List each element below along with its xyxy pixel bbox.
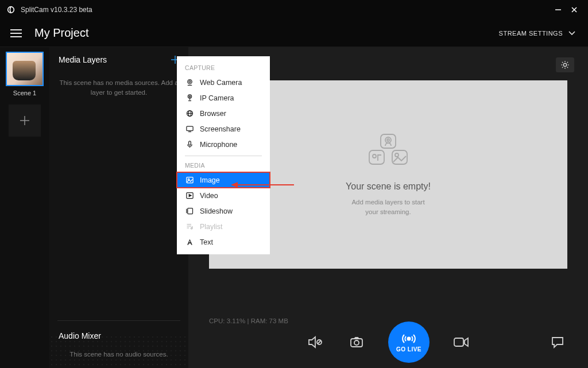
snapshot-button[interactable] <box>347 332 366 352</box>
empty-scene-title: Your scene is empty! <box>346 181 431 192</box>
svg-point-21 <box>385 137 391 143</box>
chat-button[interactable] <box>548 332 567 352</box>
scenes-sidebar: Scene 1 <box>0 47 49 368</box>
svg-point-37 <box>188 95 191 98</box>
app-header: My Project STREAM SETTINGS <box>0 20 588 47</box>
menu-item-slideshow[interactable]: Slideshow <box>177 203 270 219</box>
menu-item-text[interactable]: Text <box>177 234 270 250</box>
svg-point-26 <box>395 153 399 157</box>
layers-panel: Media Layers This scene has no media sou… <box>49 47 188 368</box>
empty-scene-subtitle: Add media layers to startyour streaming. <box>351 197 424 218</box>
menu-item-web-camera[interactable]: Web Camera <box>177 75 270 90</box>
menu-item-microphone[interactable]: Microphone <box>177 137 270 152</box>
media-layers-title: Media Layers <box>59 55 107 64</box>
menu-item-screenshare[interactable]: Screenshare <box>177 121 270 137</box>
svg-point-32 <box>408 337 411 340</box>
window-title: SplitCam v10.3.23 beta <box>21 6 92 14</box>
empty-scene-icon <box>363 132 413 169</box>
svg-rect-23 <box>369 150 384 164</box>
mic-icon <box>185 140 194 149</box>
playlist-icon <box>185 222 194 231</box>
audio-mixer-title: Audio Mixer <box>49 321 188 340</box>
svg-rect-50 <box>187 208 192 214</box>
video-icon <box>185 191 194 200</box>
svg-point-31 <box>354 340 359 345</box>
menu-item-ip-camera[interactable]: IP Camera <box>177 90 270 106</box>
svg-marker-49 <box>189 195 191 197</box>
minimize-button[interactable] <box>550 4 566 16</box>
app-logo-icon <box>6 5 16 15</box>
svg-point-38 <box>189 96 191 98</box>
menu-item-playlist[interactable]: Playlist <box>177 219 270 234</box>
svg-rect-42 <box>186 126 192 131</box>
svg-rect-44 <box>188 141 191 145</box>
go-live-label: GO LIVE <box>396 346 421 352</box>
image-icon <box>185 176 194 184</box>
svg-marker-27 <box>309 337 315 347</box>
svg-line-29 <box>318 340 321 344</box>
record-button[interactable] <box>451 332 471 352</box>
slideshow-icon <box>185 207 194 215</box>
scene-label: Scene 1 <box>13 90 36 96</box>
svg-rect-33 <box>454 338 463 346</box>
annotation-arrow <box>231 179 294 191</box>
add-layer-menu: CAPTURE Web Camera IP Camera Browser Scr… <box>177 56 270 254</box>
svg-rect-30 <box>351 339 362 347</box>
svg-marker-57 <box>231 182 238 188</box>
screenshare-icon <box>185 125 194 133</box>
menu-item-browser[interactable]: Browser <box>177 106 270 121</box>
svg-point-22 <box>387 139 389 141</box>
camera-icon <box>185 78 194 87</box>
menu-section-capture: CAPTURE <box>177 62 270 75</box>
mute-button[interactable] <box>305 332 325 352</box>
menu-divider <box>185 156 262 156</box>
ipcam-icon <box>185 94 194 102</box>
add-scene-button[interactable] <box>9 104 41 137</box>
bottom-toolbar: GO LIVE <box>188 316 588 368</box>
stream-settings-dropdown[interactable]: STREAM SETTINGS <box>497 26 578 40</box>
close-button[interactable] <box>566 4 582 16</box>
text-icon <box>185 238 194 246</box>
stream-settings-label: STREAM SETTINGS <box>499 30 563 37</box>
svg-point-36 <box>188 81 190 83</box>
project-title: My Project <box>34 26 88 40</box>
titlebar: SplitCam v10.3.23 beta <box>0 0 588 20</box>
svg-point-24 <box>373 154 376 158</box>
media-layers-hint: This scene has no media sources. Add a l… <box>49 68 188 98</box>
svg-point-35 <box>187 80 192 84</box>
menu-section-media: MEDIA <box>177 160 270 172</box>
chevron-down-icon <box>568 31 575 36</box>
audio-mixer-hint: This scene has no audio sources. <box>49 340 188 368</box>
menu-button[interactable] <box>10 29 22 38</box>
svg-marker-34 <box>465 338 468 346</box>
broadcast-icon <box>400 332 417 345</box>
scene-thumbnail[interactable] <box>6 52 44 86</box>
globe-icon <box>185 109 194 118</box>
go-live-button[interactable]: GO LIVE <box>388 321 430 363</box>
